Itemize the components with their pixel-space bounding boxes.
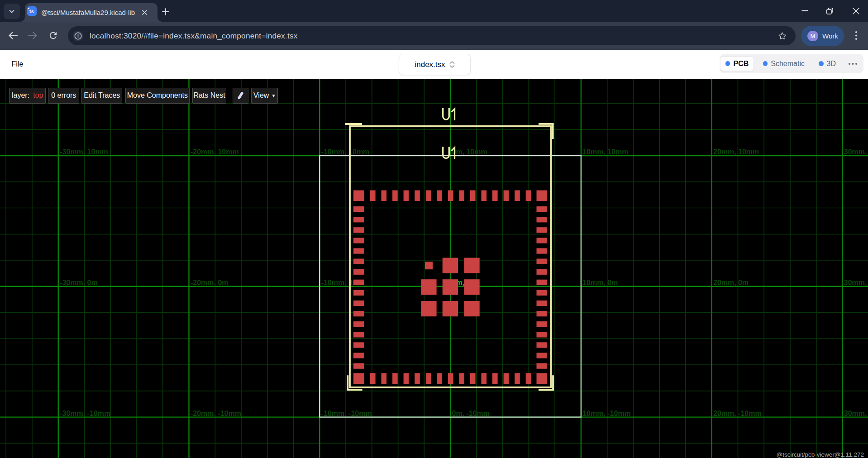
svg-text:30mm, 10mm: 30mm, 10mm bbox=[844, 148, 868, 156]
svg-text:10mm, 10mm: 10mm, 10mm bbox=[582, 148, 628, 156]
svg-text:-30mm, 10mm: -30mm, 10mm bbox=[60, 148, 108, 156]
svg-text:@tscircuit/pcb-viewer@1.11.272: @tscircuit/pcb-viewer@1.11.272 bbox=[776, 451, 864, 458]
svg-text:0m, 10mm: 0m, 10mm bbox=[452, 148, 487, 156]
svg-text:30mm, -10mm: 30mm, -10mm bbox=[844, 410, 868, 417]
svg-text:-10mm, 0m: -10mm, 0m bbox=[321, 279, 359, 286]
svg-text:20mm, -10mm: 20mm, -10mm bbox=[713, 410, 762, 417]
svg-text:-10mm, -10mm: -10mm, -10mm bbox=[321, 410, 372, 417]
svg-text:-30mm, 0m: -30mm, 0m bbox=[60, 279, 98, 286]
svg-text:20mm, 10mm: 20mm, 10mm bbox=[713, 148, 759, 156]
svg-text:-20mm, -10mm: -20mm, -10mm bbox=[191, 410, 241, 417]
svg-text:20mm, 0m: 20mm, 0m bbox=[713, 279, 749, 286]
svg-text:-10mm, 10mm: -10mm, 10mm bbox=[321, 148, 370, 156]
svg-text:-30mm, -10mm: -30mm, -10mm bbox=[60, 410, 110, 417]
svg-text:-20mm, 10mm: -20mm, 10mm bbox=[191, 148, 239, 156]
svg-text:10mm, -10mm: 10mm, -10mm bbox=[582, 410, 631, 417]
svg-text:-20mm, 0m: -20mm, 0m bbox=[191, 279, 229, 286]
svg-text:10mm, 0m: 10mm, 0m bbox=[582, 279, 618, 286]
svg-text:0m, -10mm: 0m, -10mm bbox=[452, 410, 490, 417]
svg-text:30mm, 0m: 30mm, 0m bbox=[844, 279, 868, 286]
